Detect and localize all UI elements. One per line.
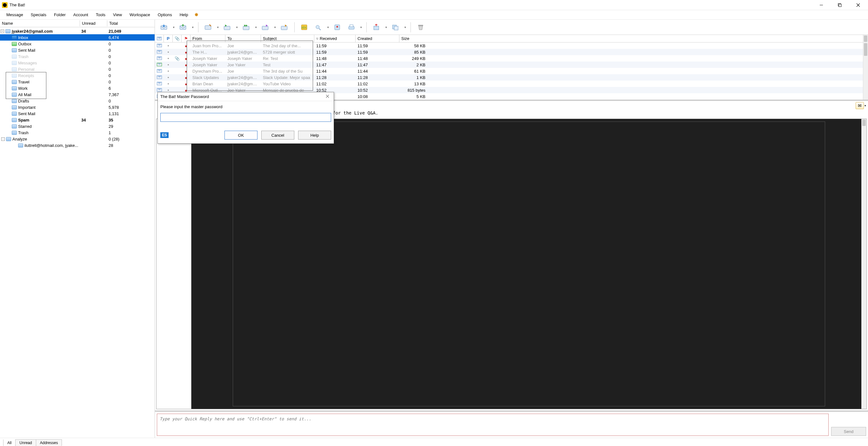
message-row[interactable]: •Slack Updatesjyaker24@gmail...Slack Upd… [155, 74, 868, 80]
folder-row[interactable]: iluttrell@hotmail.com, jyake...28 [0, 142, 155, 148]
language-badge[interactable]: ES [160, 132, 168, 138]
tree-col-total[interactable]: Total [107, 20, 155, 26]
folder-row[interactable]: -Analyze0 (28) [0, 136, 155, 142]
preview-scrollbar[interactable] [861, 119, 866, 409]
reply-dropdown[interactable] [235, 26, 239, 29]
copy-button[interactable] [390, 22, 402, 33]
col-from[interactable]: From [190, 35, 225, 42]
folder-row[interactable]: Outbox0 [0, 41, 155, 47]
copy-dropdown[interactable] [404, 26, 407, 29]
address-book-button[interactable] [332, 22, 343, 33]
tree-account-row[interactable]: − jyaker24@gmail.com 34 21,049 [0, 28, 155, 34]
tree-col-unread[interactable]: Unread [80, 20, 107, 26]
tab-all[interactable]: All [3, 439, 16, 446]
col-to[interactable]: To [225, 35, 261, 42]
folder-row[interactable]: Starred29 [0, 123, 155, 129]
message-row[interactable]: •Joseph YakerJoe YakerTest11:4711:472 KB [155, 62, 868, 68]
message-row[interactable]: •Juan from Pro...JoeThe 2nd day of the..… [155, 42, 868, 49]
folder-row[interactable]: Sent Mail1,131 [0, 110, 155, 117]
reply-button[interactable] [221, 22, 234, 33]
search-button[interactable] [312, 22, 324, 33]
forward-button[interactable] [259, 22, 272, 33]
col-created[interactable]: Created [355, 35, 399, 42]
row-size: 13 KB [399, 81, 427, 86]
tab-unread[interactable]: Unread [15, 439, 36, 446]
print-button[interactable] [345, 22, 358, 33]
col-received[interactable]: Received [314, 35, 355, 42]
message-list[interactable]: •Juan from Pro...JoeThe 2nd day of the..… [155, 42, 868, 100]
send-mail-button[interactable] [177, 22, 189, 33]
col-attach-icon[interactable]: 📎 [173, 35, 182, 42]
search-dropdown[interactable] [327, 26, 330, 29]
message-list-header: P 📎 ⚑ From To Subject Received Created S… [155, 35, 868, 42]
export-dropdown[interactable] [384, 26, 388, 29]
redirect-button[interactable] [278, 22, 290, 33]
dialog-close-button[interactable] [324, 94, 331, 100]
row-subject: Re: Test [261, 56, 314, 61]
reply-all-dropdown[interactable] [254, 26, 257, 29]
receive-dropdown[interactable] [172, 26, 175, 29]
reply-all-button[interactable] [240, 22, 252, 33]
message-row[interactable]: •Brian Deanjyaker24@gmail...YouTube Vide… [155, 80, 868, 87]
menu-options[interactable]: Options [155, 11, 175, 19]
menu-help[interactable]: Help [177, 11, 191, 19]
message-row[interactable]: •📎Joseph YakerJoseph YakerRe: Test11:481… [155, 55, 868, 62]
folder-row[interactable]: Important5,978 [0, 104, 155, 110]
folder-row[interactable]: Travel0 [0, 79, 155, 85]
help-button[interactable]: Help [298, 131, 331, 140]
expander-icon[interactable]: − [1, 30, 4, 33]
new-dropdown[interactable] [216, 26, 219, 29]
print-dropdown[interactable] [360, 26, 363, 29]
tree-col-name[interactable]: Name [0, 20, 80, 26]
send-button[interactable]: Send [831, 427, 866, 436]
menu-message[interactable]: Message [3, 11, 26, 19]
forward-dropdown[interactable] [273, 26, 277, 29]
delete-button[interactable] [415, 22, 427, 33]
folder-row[interactable]: Trash0 [0, 53, 155, 60]
maximize-button[interactable] [834, 1, 845, 9]
folder-row[interactable]: Personal0 [0, 66, 155, 72]
folder-row[interactable]: All Mail7,367 [0, 91, 155, 98]
folder-row[interactable]: Drafts0 [0, 98, 155, 104]
folder-total: 0 [107, 54, 155, 59]
tab-addresses[interactable]: Addresses [36, 439, 62, 446]
gear-icon[interactable]: ✸ [192, 12, 200, 18]
msglist-scrollbar[interactable] [863, 42, 868, 100]
spellcheck-button[interactable]: abc [299, 22, 310, 33]
message-row[interactable]: •Dyrecham Pro...JoeThe 3rd day of the Su… [155, 68, 868, 74]
folder-row[interactable]: Work6 [0, 85, 155, 91]
send-dropdown[interactable] [191, 26, 194, 29]
folder-row[interactable]: Trash1 [0, 129, 155, 136]
expander-icon[interactable]: - [1, 137, 5, 141]
folder-tree[interactable]: − jyaker24@gmail.com 34 21,049 Inbox6,47… [0, 27, 155, 438]
receive-mail-button[interactable] [158, 22, 170, 33]
menu-specials[interactable]: Specials [28, 11, 50, 19]
menu-tools[interactable]: Tools [93, 11, 108, 19]
menu-folder[interactable]: Folder [51, 11, 69, 19]
folder-row[interactable]: Sent Mail0 [0, 47, 155, 53]
col-flag-icon[interactable]: ⚑ [182, 35, 190, 42]
menu-workspace[interactable]: Workspace [126, 11, 153, 19]
quick-reply-input[interactable] [157, 414, 829, 436]
folder-row[interactable]: Inbox6,474 [0, 34, 155, 41]
close-button[interactable] [853, 1, 864, 9]
cancel-button[interactable]: Cancel [261, 131, 294, 140]
master-password-input[interactable] [160, 113, 331, 122]
attachment-panel[interactable]: Message.html 46 KB [157, 119, 191, 409]
folder-total: 0 [107, 99, 155, 103]
preview-subject: for the Live Q&A. [333, 110, 378, 115]
col-envelope-icon[interactable] [155, 35, 164, 42]
col-park-icon[interactable]: P [164, 35, 173, 42]
minimize-button[interactable] [816, 1, 827, 9]
message-row[interactable]: •The H...jyaker24@gmail...5728 merger sl… [155, 49, 868, 55]
ok-button[interactable]: OK [224, 131, 257, 140]
col-subject[interactable]: Subject [261, 35, 314, 42]
col-size[interactable]: Size [399, 35, 868, 42]
folder-row[interactable]: Receipts0 [0, 72, 155, 79]
menu-account[interactable]: Account [70, 11, 91, 19]
folder-row[interactable]: Messages0 [0, 60, 155, 66]
menu-view[interactable]: View [110, 11, 125, 19]
export-button[interactable] [371, 22, 382, 33]
new-message-button[interactable] [202, 22, 214, 33]
folder-row[interactable]: Spam3435 [0, 117, 155, 123]
